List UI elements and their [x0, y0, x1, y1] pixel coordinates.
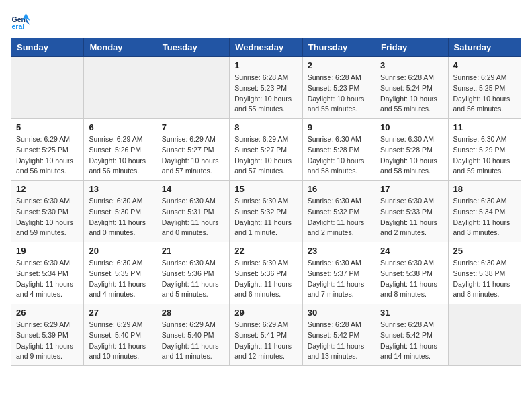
day-number: 31	[380, 308, 443, 318]
calendar-cell: 16Sunrise: 6:30 AM Sunset: 5:32 PM Dayli…	[302, 181, 375, 242]
calendar-week-row: 1Sunrise: 6:28 AM Sunset: 5:23 PM Daylig…	[11, 57, 521, 119]
calendar-cell: 8Sunrise: 6:29 AM Sunset: 5:27 PM Daylig…	[230, 119, 302, 181]
calendar-cell	[84, 57, 157, 119]
day-number: 7	[162, 122, 224, 132]
calendar-cell: 9Sunrise: 6:30 AM Sunset: 5:28 PM Daylig…	[302, 119, 375, 181]
day-info: Sunrise: 6:30 AM Sunset: 5:29 PM Dayligh…	[453, 134, 516, 177]
day-number: 25	[453, 246, 516, 256]
logo-icon: Gen eral	[11, 11, 31, 31]
day-info: Sunrise: 6:30 AM Sunset: 5:36 PM Dayligh…	[162, 258, 224, 300]
day-info: Sunrise: 6:30 AM Sunset: 5:33 PM Dayligh…	[380, 196, 443, 238]
day-info: Sunrise: 6:28 AM Sunset: 5:42 PM Dayligh…	[380, 320, 443, 362]
day-number: 30	[308, 308, 370, 318]
day-info: Sunrise: 6:29 AM Sunset: 5:26 PM Dayligh…	[89, 134, 151, 177]
day-info: Sunrise: 6:30 AM Sunset: 5:30 PM Dayligh…	[16, 196, 79, 238]
calendar-cell: 30Sunrise: 6:28 AM Sunset: 5:42 PM Dayli…	[302, 304, 375, 366]
weekday-header-saturday: Saturday	[448, 38, 521, 57]
day-info: Sunrise: 6:30 AM Sunset: 5:36 PM Dayligh…	[234, 258, 297, 300]
day-info: Sunrise: 6:28 AM Sunset: 5:23 PM Dayligh…	[234, 73, 297, 115]
day-number: 13	[89, 184, 151, 194]
calendar-cell: 2Sunrise: 6:28 AM Sunset: 5:23 PM Daylig…	[302, 57, 375, 119]
calendar-cell: 27Sunrise: 6:29 AM Sunset: 5:40 PM Dayli…	[84, 304, 157, 366]
calendar-cell: 21Sunrise: 6:30 AM Sunset: 5:36 PM Dayli…	[157, 242, 229, 304]
day-number: 11	[453, 122, 516, 132]
weekday-header-tuesday: Tuesday	[157, 38, 229, 57]
weekday-header-monday: Monday	[84, 38, 157, 57]
day-info: Sunrise: 6:29 AM Sunset: 5:25 PM Dayligh…	[453, 73, 516, 115]
day-info: Sunrise: 6:28 AM Sunset: 5:24 PM Dayligh…	[380, 73, 443, 115]
calendar-cell	[157, 57, 229, 119]
day-info: Sunrise: 6:30 AM Sunset: 5:32 PM Dayligh…	[308, 196, 370, 238]
calendar-cell: 24Sunrise: 6:30 AM Sunset: 5:38 PM Dayli…	[375, 242, 448, 304]
day-info: Sunrise: 6:30 AM Sunset: 5:38 PM Dayligh…	[380, 258, 443, 300]
day-number: 21	[162, 246, 224, 256]
day-number: 6	[89, 122, 151, 132]
day-number: 20	[89, 246, 151, 256]
calendar-cell: 31Sunrise: 6:28 AM Sunset: 5:42 PM Dayli…	[375, 304, 448, 366]
calendar-cell: 15Sunrise: 6:30 AM Sunset: 5:32 PM Dayli…	[230, 181, 302, 242]
day-info: Sunrise: 6:30 AM Sunset: 5:34 PM Dayligh…	[16, 258, 79, 300]
day-number: 12	[16, 184, 79, 194]
day-number: 15	[234, 184, 297, 194]
calendar-cell: 11Sunrise: 6:30 AM Sunset: 5:29 PM Dayli…	[448, 119, 521, 181]
day-number: 17	[380, 184, 443, 194]
calendar-cell: 14Sunrise: 6:30 AM Sunset: 5:31 PM Dayli…	[157, 181, 229, 242]
day-number: 2	[308, 60, 370, 71]
page-header: Gen eral	[11, 11, 521, 31]
weekday-header-thursday: Thursday	[302, 38, 375, 57]
calendar-cell: 7Sunrise: 6:29 AM Sunset: 5:27 PM Daylig…	[157, 119, 229, 181]
calendar-week-row: 5Sunrise: 6:29 AM Sunset: 5:25 PM Daylig…	[11, 119, 521, 181]
day-info: Sunrise: 6:30 AM Sunset: 5:34 PM Dayligh…	[453, 196, 516, 238]
calendar-cell: 17Sunrise: 6:30 AM Sunset: 5:33 PM Dayli…	[375, 181, 448, 242]
calendar-cell: 12Sunrise: 6:30 AM Sunset: 5:30 PM Dayli…	[11, 181, 84, 242]
day-info: Sunrise: 6:29 AM Sunset: 5:40 PM Dayligh…	[162, 320, 224, 362]
calendar-cell: 18Sunrise: 6:30 AM Sunset: 5:34 PM Dayli…	[448, 181, 521, 242]
day-number: 10	[380, 122, 443, 132]
calendar-cell: 20Sunrise: 6:30 AM Sunset: 5:35 PM Dayli…	[84, 242, 157, 304]
day-number: 24	[380, 246, 443, 256]
weekday-header-wednesday: Wednesday	[230, 38, 302, 57]
day-number: 16	[308, 184, 370, 194]
day-info: Sunrise: 6:29 AM Sunset: 5:25 PM Dayligh…	[16, 134, 79, 177]
day-info: Sunrise: 6:29 AM Sunset: 5:40 PM Dayligh…	[89, 320, 151, 362]
calendar-cell: 26Sunrise: 6:29 AM Sunset: 5:39 PM Dayli…	[11, 304, 84, 366]
calendar-cell: 22Sunrise: 6:30 AM Sunset: 5:36 PM Dayli…	[230, 242, 302, 304]
day-info: Sunrise: 6:30 AM Sunset: 5:38 PM Dayligh…	[453, 258, 516, 300]
calendar-cell: 13Sunrise: 6:30 AM Sunset: 5:30 PM Dayli…	[84, 181, 157, 242]
day-number: 29	[234, 308, 297, 318]
calendar-cell: 19Sunrise: 6:30 AM Sunset: 5:34 PM Dayli…	[11, 242, 84, 304]
day-number: 26	[16, 308, 79, 318]
day-number: 27	[89, 308, 151, 318]
day-number: 8	[234, 122, 297, 132]
day-info: Sunrise: 6:30 AM Sunset: 5:31 PM Dayligh…	[162, 196, 224, 238]
calendar-cell: 25Sunrise: 6:30 AM Sunset: 5:38 PM Dayli…	[448, 242, 521, 304]
calendar-table: SundayMondayTuesdayWednesdayThursdayFrid…	[11, 38, 521, 366]
calendar-week-row: 26Sunrise: 6:29 AM Sunset: 5:39 PM Dayli…	[11, 304, 521, 366]
logo: Gen eral	[11, 11, 34, 31]
day-number: 9	[308, 122, 370, 132]
calendar-cell: 1Sunrise: 6:28 AM Sunset: 5:23 PM Daylig…	[230, 57, 302, 119]
day-number: 4	[453, 60, 516, 71]
calendar-cell: 28Sunrise: 6:29 AM Sunset: 5:40 PM Dayli…	[157, 304, 229, 366]
weekday-header-sunday: Sunday	[11, 38, 84, 57]
weekday-header-friday: Friday	[375, 38, 448, 57]
day-info: Sunrise: 6:28 AM Sunset: 5:42 PM Dayligh…	[308, 320, 370, 362]
calendar-cell: 6Sunrise: 6:29 AM Sunset: 5:26 PM Daylig…	[84, 119, 157, 181]
day-number: 22	[234, 246, 297, 256]
day-info: Sunrise: 6:29 AM Sunset: 5:39 PM Dayligh…	[16, 320, 79, 362]
calendar-cell: 29Sunrise: 6:29 AM Sunset: 5:41 PM Dayli…	[230, 304, 302, 366]
day-info: Sunrise: 6:30 AM Sunset: 5:30 PM Dayligh…	[89, 196, 151, 238]
day-number: 19	[16, 246, 79, 256]
calendar-cell	[448, 304, 521, 366]
calendar-cell: 10Sunrise: 6:30 AM Sunset: 5:28 PM Dayli…	[375, 119, 448, 181]
calendar-cell: 23Sunrise: 6:30 AM Sunset: 5:37 PM Dayli…	[302, 242, 375, 304]
day-info: Sunrise: 6:30 AM Sunset: 5:37 PM Dayligh…	[308, 258, 370, 300]
day-number: 14	[162, 184, 224, 194]
day-number: 1	[234, 60, 297, 71]
day-info: Sunrise: 6:29 AM Sunset: 5:27 PM Dayligh…	[234, 134, 297, 177]
day-number: 3	[380, 60, 443, 71]
calendar-week-row: 19Sunrise: 6:30 AM Sunset: 5:34 PM Dayli…	[11, 242, 521, 304]
calendar-week-row: 12Sunrise: 6:30 AM Sunset: 5:30 PM Dayli…	[11, 181, 521, 242]
day-number: 23	[308, 246, 370, 256]
calendar-cell	[11, 57, 84, 119]
